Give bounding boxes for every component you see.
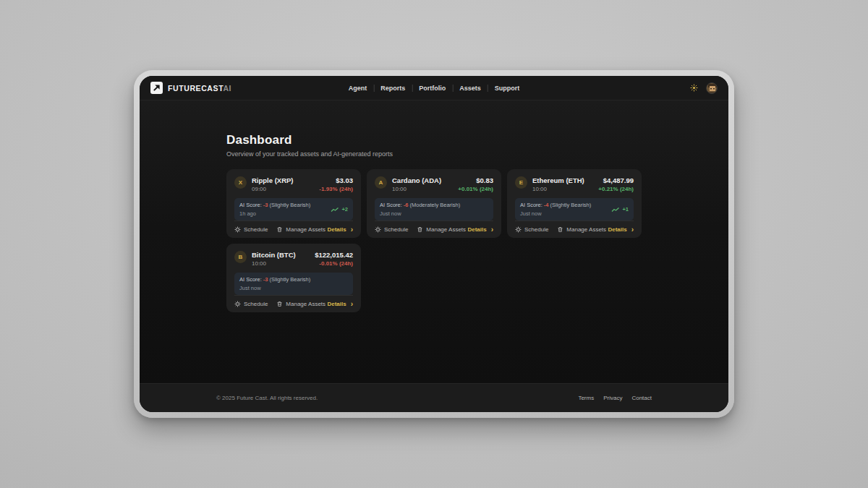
chevron-right-icon: › bbox=[351, 226, 353, 234]
gear-icon bbox=[234, 226, 241, 233]
ai-sentiment: (Slightly Bearish) bbox=[270, 202, 311, 208]
brand-name: FUTURECASTAI bbox=[168, 84, 231, 93]
chevron-right-icon: › bbox=[631, 226, 634, 234]
ai-sentiment: (Slightly Bearish) bbox=[550, 202, 592, 208]
asset-price: $4,487.99 bbox=[598, 176, 634, 184]
ai-updated-ago: Just now bbox=[239, 285, 310, 291]
copyright-text: © 2025 Future Cast. All rights reserved. bbox=[216, 395, 318, 401]
asset-time: 10:00 bbox=[392, 186, 441, 192]
card-actions: Schedule Manage Assets Details › bbox=[234, 221, 353, 238]
chevron-right-icon: › bbox=[491, 226, 493, 234]
asset-price: $122,015.42 bbox=[315, 251, 353, 259]
asset-price: $3.03 bbox=[319, 176, 353, 184]
asset-name: Cardano (ADA) bbox=[392, 176, 441, 184]
asset-change: -1.93% (24h) bbox=[319, 186, 353, 192]
gear-icon bbox=[515, 226, 522, 233]
main-content: Dashboard Overview of your tracked asset… bbox=[140, 100, 728, 383]
page-title: Dashboard bbox=[226, 133, 728, 147]
ai-score-panel: AI Score:-3(Slightly Bearish) 1h ago +2 bbox=[234, 198, 353, 221]
card-actions: Schedule Manage Assets Details › bbox=[234, 295, 353, 312]
asset-name: Ethereum (ETH) bbox=[532, 176, 584, 184]
ai-updated-ago: Just now bbox=[520, 210, 591, 217]
manage-assets-button[interactable]: Manage Assets bbox=[276, 301, 326, 307]
asset-time: 10:00 bbox=[252, 260, 296, 267]
ai-score-value: -4 bbox=[544, 202, 549, 208]
ai-score-value: -3 bbox=[263, 276, 268, 283]
brand-logo[interactable]: FUTURECASTAI bbox=[150, 82, 231, 94]
page-subtitle: Overview of your tracked assets and AI-g… bbox=[226, 150, 728, 158]
top-navigation-bar: FUTURECASTAI Agent Reports Portfolio Ass… bbox=[140, 76, 728, 100]
asset-name: Bitcoin (BTC) bbox=[252, 251, 296, 259]
ai-score-panel: AI Score:-6(Moderately Bearish) Just now bbox=[375, 198, 493, 221]
nav-item-portfolio[interactable]: Portfolio bbox=[412, 85, 452, 92]
asset-time: 09:00 bbox=[252, 186, 294, 192]
gear-icon bbox=[375, 226, 381, 233]
asset-time: 10:00 bbox=[532, 186, 584, 192]
screen: FUTURECASTAI Agent Reports Portfolio Ass… bbox=[140, 76, 728, 412]
asset-letter-icon: E bbox=[515, 176, 527, 189]
ai-updated-ago: 1h ago bbox=[239, 210, 310, 217]
asset-change: +0.01% (24h) bbox=[458, 186, 493, 192]
nav-item-reports[interactable]: Reports bbox=[374, 85, 412, 92]
footer-link-contact[interactable]: Contact bbox=[631, 395, 652, 401]
trash-icon bbox=[557, 226, 563, 233]
trash-icon bbox=[276, 301, 283, 307]
nav-item-assets[interactable]: Assets bbox=[453, 85, 488, 92]
asset-letter-icon: X bbox=[234, 176, 247, 189]
asset-card: E Ethereum (ETH) 10:00 $4,487.99 +0.21% … bbox=[507, 169, 642, 238]
trash-icon bbox=[417, 226, 423, 233]
trend-value: +1 bbox=[622, 206, 629, 213]
topbar-actions bbox=[690, 82, 718, 94]
manage-assets-button[interactable]: Manage Assets bbox=[417, 226, 466, 233]
ai-score-label: AI Score: bbox=[239, 202, 262, 208]
ai-score-label: AI Score: bbox=[520, 202, 542, 208]
footer-link-terms[interactable]: Terms bbox=[578, 395, 594, 401]
main-nav: Agent Reports Portfolio Assets Support bbox=[342, 85, 527, 92]
trend-value: +2 bbox=[341, 206, 348, 213]
chevron-right-icon: › bbox=[351, 301, 353, 308]
schedule-button[interactable]: Schedule bbox=[234, 301, 268, 307]
nav-item-support[interactable]: Support bbox=[488, 85, 527, 92]
asset-card: B Bitcoin (BTC) 10:00 $122,015.42 -0.01%… bbox=[226, 244, 361, 312]
asset-price: $0.83 bbox=[458, 176, 493, 184]
schedule-button[interactable]: Schedule bbox=[234, 226, 268, 233]
app-window: FUTURECASTAI Agent Reports Portfolio Ass… bbox=[134, 70, 734, 418]
card-header: X Ripple (XRP) 09:00 $3.03 -1.93% (24h) bbox=[234, 176, 353, 192]
asset-card-grid: X Ripple (XRP) 09:00 $3.03 -1.93% (24h) … bbox=[226, 169, 728, 312]
details-button[interactable]: Details › bbox=[327, 301, 353, 308]
asset-letter-icon: A bbox=[375, 176, 387, 189]
ai-score-panel: AI Score:-4(Slightly Bearish) Just now +… bbox=[515, 198, 634, 221]
sun-icon[interactable] bbox=[690, 84, 698, 92]
asset-letter-icon: B bbox=[234, 251, 247, 263]
details-button[interactable]: Details › bbox=[467, 226, 493, 234]
details-button[interactable]: Details › bbox=[327, 226, 353, 234]
asset-name: Ripple (XRP) bbox=[252, 176, 294, 184]
trash-icon bbox=[276, 226, 283, 233]
user-avatar[interactable] bbox=[706, 82, 718, 94]
page-footer: © 2025 Future Cast. All rights reserved.… bbox=[140, 383, 728, 412]
nav-item-agent[interactable]: Agent bbox=[342, 85, 374, 92]
asset-change: -0.01% (24h) bbox=[315, 260, 353, 267]
sparkline-up-icon: +1 bbox=[611, 206, 629, 213]
card-actions: Schedule Manage Assets Details › bbox=[515, 221, 634, 238]
manage-assets-button[interactable]: Manage Assets bbox=[557, 226, 606, 233]
details-button[interactable]: Details › bbox=[608, 226, 634, 234]
footer-link-privacy[interactable]: Privacy bbox=[603, 395, 622, 401]
card-header: E Ethereum (ETH) 10:00 $4,487.99 +0.21% … bbox=[515, 176, 634, 192]
arrow-logo-icon bbox=[150, 82, 163, 94]
manage-assets-button[interactable]: Manage Assets bbox=[276, 226, 326, 233]
ai-sentiment: (Slightly Bearish) bbox=[270, 276, 311, 283]
footer-links: Terms Privacy Contact bbox=[578, 395, 652, 401]
asset-card: A Cardano (ADA) 10:00 $0.83 +0.01% (24h)… bbox=[367, 169, 501, 238]
ai-score-label: AI Score: bbox=[239, 276, 262, 283]
sparkline-up-icon: +2 bbox=[331, 206, 348, 213]
asset-change: +0.21% (24h) bbox=[598, 186, 634, 192]
schedule-button[interactable]: Schedule bbox=[375, 226, 408, 233]
brand-suffix: AI bbox=[223, 84, 231, 93]
ai-score-value: -3 bbox=[263, 202, 268, 208]
gear-icon bbox=[234, 301, 241, 307]
ai-score-panel: AI Score:-3(Slightly Bearish) Just now bbox=[234, 273, 353, 295]
schedule-button[interactable]: Schedule bbox=[515, 226, 548, 233]
card-actions: Schedule Manage Assets Details › bbox=[375, 221, 493, 238]
ai-updated-ago: Just now bbox=[380, 210, 460, 217]
